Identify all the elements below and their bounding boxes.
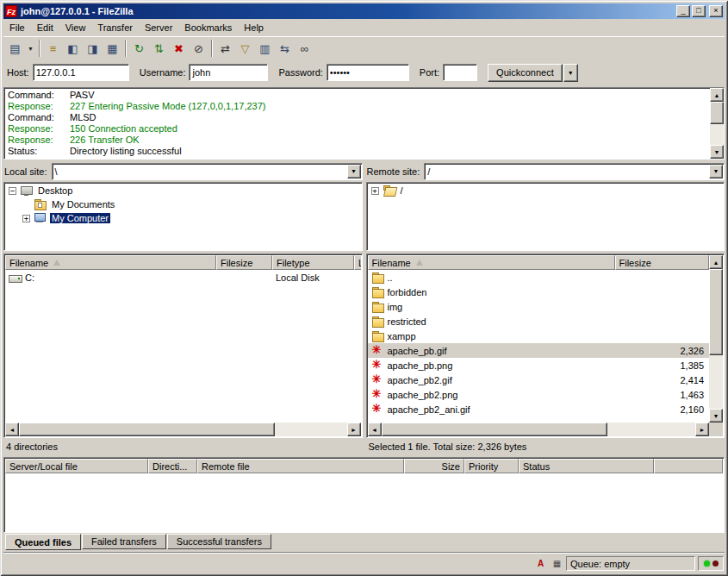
file-row[interactable]: .. (368, 270, 710, 285)
scrollbar-track[interactable] (709, 269, 723, 409)
folder-icon (371, 272, 385, 284)
transfer-type-binary-icon[interactable]: ▦ (550, 557, 564, 571)
file-row-c-drive[interactable]: C: Local Disk (5, 270, 361, 285)
combo-dropdown-button[interactable]: ▼ (709, 165, 723, 178)
process-queue-button[interactable]: ⇅ (149, 39, 169, 58)
remote-list-header: Filename Filesize (368, 255, 710, 270)
remote-vertical-scrollbar[interactable]: ▲ ▼ (709, 255, 723, 423)
menu-server[interactable]: Server (139, 20, 178, 35)
column-header-size[interactable]: Size (404, 459, 464, 473)
file-row[interactable]: apache_pb2.gif 2,414 (368, 373, 710, 387)
column-header-filename[interactable]: Filename (5, 255, 216, 270)
column-header-filesize[interactable]: Filesize (216, 255, 272, 270)
file-row[interactable]: xampp (368, 329, 710, 343)
toggle-queue-button[interactable]: ▦ (103, 39, 122, 58)
column-header-direction[interactable]: Directi... (148, 459, 197, 473)
site-manager-button[interactable]: ▤ (5, 39, 25, 58)
scrollbar-track[interactable] (710, 102, 724, 145)
remote-horizontal-scrollbar[interactable]: ◄ ► (368, 423, 710, 436)
menu-transfer[interactable]: Transfer (91, 20, 139, 35)
file-row-selected[interactable]: apache_pb.gif 2,326 (368, 343, 710, 358)
username-input[interactable] (189, 64, 268, 81)
find-files-button[interactable]: ∞ (295, 39, 314, 58)
tab-queued-files[interactable]: Queued files (5, 534, 81, 550)
toggle-local-tree-button[interactable]: ◧ (63, 39, 83, 58)
file-row[interactable]: img (368, 299, 710, 314)
close-button[interactable]: × (709, 5, 723, 17)
refresh-button[interactable]: ↻ (129, 39, 149, 58)
tree-item-my-computer[interactable]: + My Computer (4, 211, 362, 225)
quickconnect-dropdown-button[interactable]: ▼ (563, 64, 578, 82)
log-scrollbar[interactable]: ▲ ▼ (710, 88, 724, 159)
column-header-filename[interactable]: Filename (368, 255, 615, 270)
synchronized-browsing-button[interactable]: ⇆ (275, 39, 295, 58)
tree-item-root[interactable]: + / (367, 184, 725, 197)
file-row[interactable]: apache_pb2.png 1,463 (368, 387, 710, 402)
reconnect-button[interactable]: ⇄ (215, 39, 235, 58)
menu-bookmarks[interactable]: Bookmarks (178, 20, 238, 35)
column-header-server-local-file[interactable]: Server/Local file (5, 459, 148, 473)
scrollbar-thumb[interactable] (19, 423, 275, 436)
tab-successful-transfers[interactable]: Successful transfers (167, 534, 271, 549)
column-header-priority[interactable]: Priority (464, 459, 519, 473)
cancel-button[interactable]: ✖ (169, 39, 189, 58)
column-header-filesize[interactable]: Filesize (615, 255, 710, 270)
reconnect-icon: ⇄ (221, 42, 230, 55)
column-header-last-modified[interactable]: L (354, 255, 361, 270)
log-text: 226 Transfer OK (70, 135, 140, 145)
expand-icon[interactable]: + (371, 187, 379, 195)
scrollbar-track[interactable] (382, 423, 696, 436)
menu-help[interactable]: Help (238, 20, 270, 35)
scroll-left-button[interactable]: ◄ (368, 423, 382, 436)
column-header-filetype[interactable]: Filetype (272, 255, 354, 270)
collapse-icon[interactable]: − (9, 187, 16, 195)
scroll-up-button[interactable]: ▲ (709, 255, 723, 269)
scrollbar-thumb[interactable] (382, 423, 607, 436)
toggle-message-log-button[interactable]: ≡ (43, 39, 63, 58)
transfer-type-ascii-icon[interactable]: A (533, 557, 548, 571)
file-size: 1,385 (615, 360, 710, 371)
file-size: 1,463 (615, 390, 710, 400)
password-input[interactable] (327, 64, 409, 81)
scroll-up-button[interactable]: ▲ (710, 88, 724, 102)
host-input[interactable] (33, 64, 129, 81)
column-header-status[interactable]: Status (519, 459, 654, 473)
remote-site-combobox[interactable]: / ▼ (424, 163, 725, 180)
file-row[interactable]: forbidden (368, 285, 710, 299)
toggle-remote-tree-button[interactable]: ◨ (83, 39, 103, 58)
menu-file[interactable]: File (3, 20, 31, 35)
scrollbar-track[interactable] (19, 423, 347, 436)
expand-icon[interactable]: + (22, 215, 30, 222)
tree-item-my-documents[interactable]: My Documents (4, 197, 362, 211)
disconnect-button[interactable]: ⊘ (189, 39, 208, 58)
scroll-down-button[interactable]: ▼ (709, 409, 723, 423)
scroll-right-button[interactable]: ► (695, 423, 709, 436)
local-horizontal-scrollbar[interactable]: ◄ ► (5, 423, 361, 436)
menu-view[interactable]: View (59, 20, 92, 35)
minimize-button[interactable]: _ (676, 5, 690, 17)
file-name: img (388, 302, 403, 312)
port-input[interactable] (443, 64, 477, 81)
combo-dropdown-button[interactable]: ▼ (347, 165, 361, 178)
file-row[interactable]: apache_pb.png 1,385 (368, 358, 710, 373)
directory-comparison-button[interactable]: ▥ (255, 39, 275, 58)
maximize-button[interactable]: □ (692, 5, 706, 17)
remote-tree-pane: Remote site: / ▼ + / (366, 162, 725, 251)
site-manager-dropdown-button[interactable]: ▼ (25, 39, 36, 58)
scroll-left-button[interactable]: ◄ (5, 423, 19, 436)
quickconnect-button[interactable]: Quickconnect (488, 64, 563, 82)
queue-status-box: Queue: empty (566, 556, 695, 571)
file-row[interactable]: apache_pb2_ani.gif 2,160 (368, 402, 710, 416)
scrollbar-thumb[interactable] (710, 102, 724, 124)
tree-item-desktop[interactable]: − Desktop (4, 184, 362, 197)
scrollbar-thumb[interactable] (709, 269, 723, 355)
file-row[interactable]: restricted (368, 314, 710, 329)
local-site-combobox[interactable]: \ ▼ (52, 163, 363, 180)
filter-button[interactable]: ▽ (235, 39, 255, 58)
menu-edit[interactable]: Edit (31, 20, 59, 35)
scroll-right-button[interactable]: ► (347, 423, 361, 436)
column-header-remote-file[interactable]: Remote file (197, 459, 404, 473)
folder-icon (371, 316, 385, 328)
tab-failed-transfers[interactable]: Failed transfers (82, 534, 166, 549)
scroll-down-button[interactable]: ▼ (710, 145, 724, 159)
